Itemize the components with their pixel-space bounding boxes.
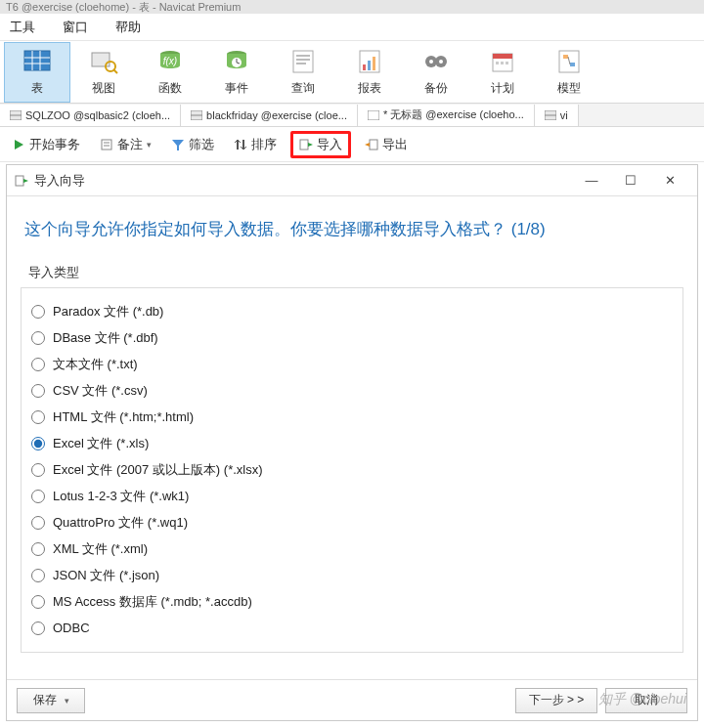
- tab-sqlzoo[interactable]: SQLZOO @sqlbasic2 (cloeh...: [0, 105, 181, 126]
- radio-input[interactable]: [31, 437, 45, 450]
- ribbon-label: 模型: [557, 80, 581, 97]
- svg-rect-16: [296, 59, 310, 61]
- svg-text:f(x): f(x): [163, 56, 177, 66]
- svg-rect-29: [501, 62, 504, 64]
- option-label: HTML 文件 (*.htm;*.html): [53, 408, 194, 426]
- table-icon: [22, 47, 52, 76]
- backup-icon: [421, 47, 451, 76]
- import-type-option[interactable]: Lotus 1-2-3 文件 (*.wk1): [29, 483, 675, 509]
- svg-marker-46: [172, 140, 184, 150]
- option-label: DBase 文件 (*.dbf): [53, 329, 158, 347]
- svg-marker-54: [23, 179, 28, 183]
- radio-input[interactable]: [31, 463, 45, 477]
- radio-input[interactable]: [31, 410, 45, 424]
- minimize-button[interactable]: —: [572, 173, 611, 188]
- svg-marker-52: [365, 143, 370, 147]
- import-type-group: Paradox 文件 (*.db)DBase 文件 (*.dbf)文本文件 (*…: [21, 287, 683, 653]
- ribbon-schedule[interactable]: 计划: [469, 42, 536, 103]
- export-button[interactable]: 导出: [359, 132, 414, 157]
- option-label: Excel 文件 (2007 或以上版本) (*.xlsx): [53, 461, 263, 479]
- svg-rect-49: [300, 140, 308, 150]
- radio-input[interactable]: [31, 621, 45, 635]
- svg-rect-20: [368, 61, 371, 70]
- save-button[interactable]: 保存 ▾: [17, 688, 85, 713]
- tab-label: SQLZOO @sqlbasic2 (cloeh...: [25, 109, 170, 121]
- ribbon-label: 备份: [424, 80, 448, 97]
- tab-blackfriday[interactable]: blackfriday @exercise (cloe...: [181, 105, 358, 126]
- option-label: Excel 文件 (*.xls): [53, 435, 149, 452]
- import-button[interactable]: 导入: [299, 136, 342, 153]
- table-icon: [545, 110, 556, 120]
- ribbon-function[interactable]: f(x) 函数: [137, 42, 203, 103]
- import-type-option[interactable]: JSON 文件 (*.json): [29, 562, 675, 588]
- import-type-option[interactable]: Paradox 文件 (*.db): [29, 298, 675, 324]
- close-button[interactable]: ✕: [650, 173, 689, 188]
- cancel-button[interactable]: 取消: [605, 688, 687, 713]
- import-type-option[interactable]: ODBC: [29, 615, 675, 641]
- radio-input[interactable]: [31, 384, 45, 398]
- option-label: 文本文件 (*.txt): [53, 356, 138, 373]
- radio-input[interactable]: [31, 542, 45, 556]
- sort-icon: [234, 138, 247, 151]
- import-type-option[interactable]: DBase 文件 (*.dbf): [29, 324, 675, 351]
- radio-input[interactable]: [31, 569, 45, 582]
- ribbon-label: 事件: [225, 80, 248, 97]
- ribbon-model[interactable]: 模型: [536, 42, 602, 103]
- menu-tools[interactable]: 工具: [10, 19, 35, 36]
- import-type-label: 导入类型: [28, 264, 683, 281]
- sort-button[interactable]: 排序: [228, 132, 283, 157]
- btn-label: 保存: [33, 692, 57, 708]
- tab-untitled[interactable]: * 无标题 @exercise (cloeho...: [358, 105, 535, 126]
- ribbon-label: 报表: [358, 80, 381, 97]
- filter-button[interactable]: 筛选: [165, 132, 220, 157]
- ribbon: 表 视图 f(x) 函数 事件 查询 报表 备份: [0, 41, 704, 104]
- import-type-option[interactable]: QuattroPro 文件 (*.wq1): [29, 509, 675, 535]
- svg-point-25: [439, 60, 443, 64]
- svg-rect-30: [506, 62, 508, 64]
- ribbon-report[interactable]: 报表: [336, 42, 403, 103]
- maximize-button[interactable]: ☐: [611, 173, 650, 188]
- import-button-highlighted: 导入: [290, 131, 351, 158]
- note-button[interactable]: 备注 ▾: [94, 132, 157, 157]
- svg-point-23: [429, 60, 433, 64]
- svg-rect-15: [296, 55, 310, 57]
- menu-help[interactable]: 帮助: [115, 19, 141, 36]
- svg-rect-32: [563, 55, 568, 59]
- menubar: 工具 窗口 帮助: [0, 14, 704, 41]
- radio-input[interactable]: [31, 516, 45, 530]
- ribbon-table[interactable]: 表: [4, 42, 70, 103]
- radio-input[interactable]: [31, 305, 45, 319]
- option-label: CSV 文件 (*.csv): [53, 382, 148, 400]
- import-type-option[interactable]: CSV 文件 (*.csv): [29, 377, 675, 404]
- svg-rect-53: [16, 176, 23, 186]
- radio-input[interactable]: [31, 595, 45, 609]
- svg-marker-50: [308, 143, 313, 147]
- tab-label: vi: [560, 109, 568, 121]
- ribbon-event[interactable]: 事件: [203, 42, 270, 103]
- import-type-option[interactable]: Excel 文件 (2007 或以上版本) (*.xlsx): [29, 456, 675, 483]
- import-type-option[interactable]: Excel 文件 (*.xls): [29, 430, 675, 456]
- begin-transaction-button[interactable]: 开始事务: [6, 132, 86, 157]
- table-icon: [10, 110, 22, 120]
- table-toolbar: 开始事务 备注 ▾ 筛选 排序 导入 导出: [0, 127, 704, 162]
- btn-label: 导出: [382, 136, 408, 153]
- ribbon-backup[interactable]: 备份: [403, 42, 469, 103]
- svg-rect-39: [368, 110, 379, 120]
- menu-window[interactable]: 窗口: [63, 19, 88, 36]
- ribbon-query[interactable]: 查询: [270, 42, 336, 103]
- option-label: Paradox 文件 (*.db): [53, 303, 163, 321]
- option-label: Lotus 1-2-3 文件 (*.wk1): [53, 488, 189, 505]
- svg-rect-51: [370, 140, 377, 150]
- radio-input[interactable]: [31, 490, 45, 503]
- function-icon: f(x): [155, 47, 185, 76]
- tab-vi[interactable]: vi: [535, 105, 579, 126]
- import-type-option[interactable]: MS Access 数据库 (*.mdb; *.accdb): [29, 588, 675, 615]
- ribbon-view[interactable]: 视图: [70, 42, 137, 103]
- btn-label: 筛选: [189, 136, 214, 153]
- radio-input[interactable]: [31, 331, 45, 345]
- next-button[interactable]: 下一步 > >: [515, 688, 597, 713]
- import-type-option[interactable]: 文本文件 (*.txt): [29, 351, 675, 377]
- import-type-option[interactable]: HTML 文件 (*.htm;*.html): [29, 404, 675, 430]
- import-type-option[interactable]: XML 文件 (*.xml): [29, 535, 675, 562]
- radio-input[interactable]: [31, 358, 45, 371]
